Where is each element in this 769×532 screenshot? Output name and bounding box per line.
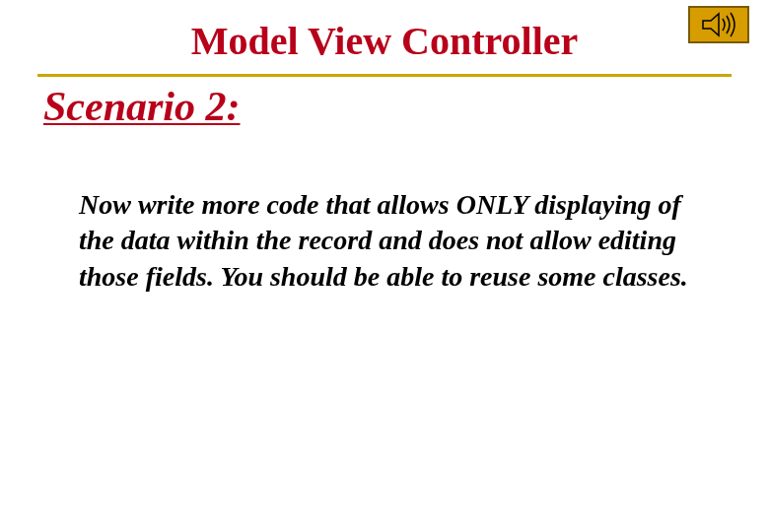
slide: Model View Controller Scenario 2: Now wr… [0, 0, 769, 532]
slide-subtitle: Scenario 2: [43, 83, 769, 130]
speaker-icon [688, 6, 749, 43]
slide-title: Model View Controller [39, 0, 730, 64]
divider-line [37, 74, 732, 77]
svg-marker-0 [703, 14, 719, 35]
slide-body-text: Now write more code that allows ONLY dis… [79, 187, 690, 295]
